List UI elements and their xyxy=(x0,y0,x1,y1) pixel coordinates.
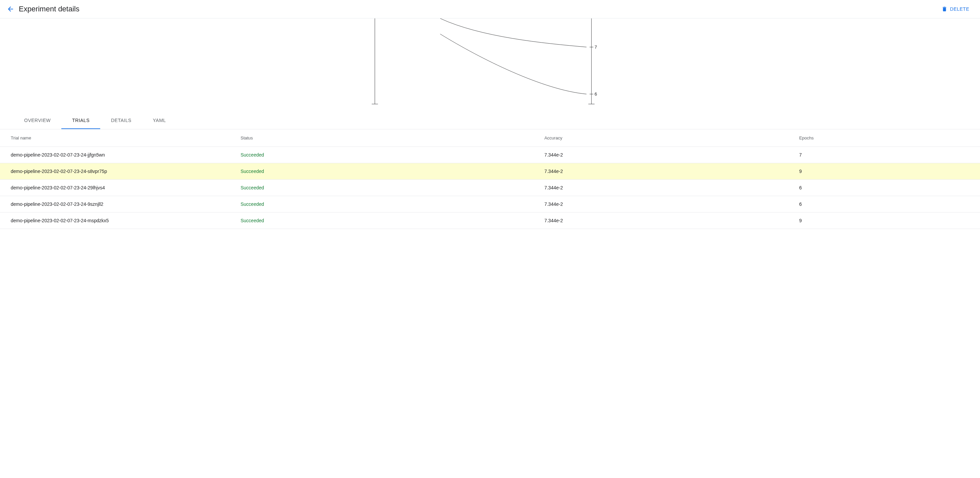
cell-epochs: 9 xyxy=(794,163,980,180)
chart-line xyxy=(440,34,586,94)
table-header-row: Trial name Status Accuracy Epochs xyxy=(0,129,980,147)
col-header-trial-name[interactable]: Trial name xyxy=(0,129,235,147)
cell-accuracy: 7.344e-2 xyxy=(539,180,794,196)
tab-overview[interactable]: OVERVIEW xyxy=(13,112,61,129)
trials-table: Trial name Status Accuracy Epochs demo-p… xyxy=(0,129,980,229)
cell-accuracy: 7.344e-2 xyxy=(539,147,794,163)
delete-button[interactable]: DELETE xyxy=(937,3,973,15)
trash-icon xyxy=(942,6,948,12)
col-header-status[interactable]: Status xyxy=(235,129,539,147)
table-row[interactable]: demo-pipeline-2023-02-02-07-23-24-mspdzk… xyxy=(0,212,980,229)
cell-epochs: 7 xyxy=(794,147,980,163)
cell-accuracy: 7.344e-2 xyxy=(539,196,794,212)
cell-status: Succeeded xyxy=(235,163,539,180)
arrow-left-icon xyxy=(7,5,15,13)
delete-label: DELETE xyxy=(950,6,969,12)
tab-details[interactable]: DETAILS xyxy=(100,112,142,129)
cell-accuracy: 7.344e-2 xyxy=(539,163,794,180)
cell-trial-name: demo-pipeline-2023-02-02-07-23-24-mspdzk… xyxy=(0,212,235,229)
trials-table-container: Trial name Status Accuracy Epochs demo-p… xyxy=(0,129,980,229)
cell-accuracy: 7.344e-2 xyxy=(539,212,794,229)
tab-yaml[interactable]: YAML xyxy=(142,112,177,129)
page-header: Experiment details DELETE xyxy=(0,0,980,18)
chart-line xyxy=(440,18,586,47)
tab-trials[interactable]: TRIALS xyxy=(61,112,100,129)
cell-trial-name: demo-pipeline-2023-02-02-07-23-24-s8vpr7… xyxy=(0,163,235,180)
table-row[interactable]: demo-pipeline-2023-02-02-07-23-24-jjfgn5… xyxy=(0,147,980,163)
table-row[interactable]: demo-pipeline-2023-02-02-07-23-24-9sznjl… xyxy=(0,196,980,212)
table-row[interactable]: demo-pipeline-2023-02-02-07-23-24-s8vpr7… xyxy=(0,163,980,180)
cell-status: Succeeded xyxy=(235,212,539,229)
page-title: Experiment details xyxy=(19,5,80,13)
col-header-accuracy[interactable]: Accuracy xyxy=(539,129,794,147)
cell-status: Succeeded xyxy=(235,196,539,212)
tabs-bar: OVERVIEWTRIALSDETAILSYAML xyxy=(0,112,980,129)
back-arrow-button[interactable] xyxy=(7,5,15,13)
axis-label: 6 xyxy=(595,91,597,97)
header-left: Experiment details xyxy=(7,5,80,13)
table-row[interactable]: demo-pipeline-2023-02-02-07-23-24-29lhjv… xyxy=(0,180,980,196)
cell-epochs: 6 xyxy=(794,180,980,196)
cell-epochs: 9 xyxy=(794,212,980,229)
chart-area: 76 xyxy=(0,18,980,105)
col-header-epochs[interactable]: Epochs xyxy=(794,129,980,147)
cell-epochs: 6 xyxy=(794,196,980,212)
axis-label: 7 xyxy=(595,45,597,49)
cell-trial-name: demo-pipeline-2023-02-02-07-23-24-29lhjv… xyxy=(0,180,235,196)
cell-status: Succeeded xyxy=(235,147,539,163)
cell-trial-name: demo-pipeline-2023-02-02-07-23-24-jjfgn5… xyxy=(0,147,235,163)
parallel-coords-chart: 76 xyxy=(363,18,617,105)
cell-trial-name: demo-pipeline-2023-02-02-07-23-24-9sznjl… xyxy=(0,196,235,212)
cell-status: Succeeded xyxy=(235,180,539,196)
